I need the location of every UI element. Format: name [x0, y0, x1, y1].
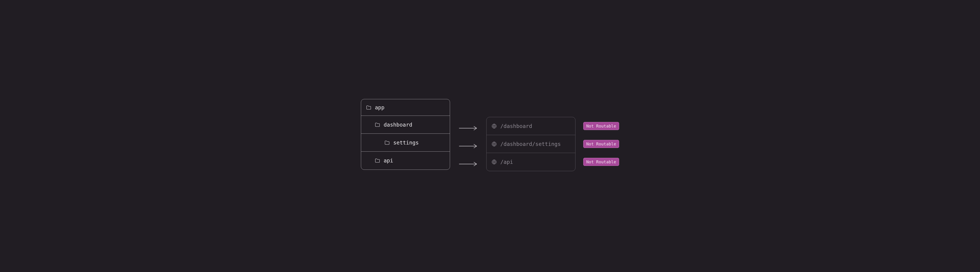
route-path: /dashboard — [500, 123, 532, 129]
folder-row-settings: settings — [361, 134, 450, 152]
route-row-dashboard: /dashboard — [487, 117, 575, 135]
badge-cell: Not Routable — [583, 135, 619, 153]
route-row-api: /api — [487, 153, 575, 171]
badges-column: Not Routable Not Routable Not Routable — [583, 99, 619, 171]
status-badge: Not Routable — [583, 140, 619, 148]
folder-icon — [375, 122, 380, 127]
badge-cell: Not Routable — [583, 117, 619, 135]
folder-label: dashboard — [383, 122, 412, 128]
arrow-right-icon — [458, 137, 479, 155]
status-badge: Not Routable — [583, 122, 619, 130]
status-badge: Not Routable — [583, 158, 619, 166]
routes-panel: /dashboard /dashboard/settings /api — [486, 117, 576, 171]
globe-icon — [492, 124, 497, 129]
folder-label: app — [375, 105, 385, 110]
arrow-right-icon — [458, 155, 479, 173]
folder-icon — [375, 158, 380, 163]
badge-cell: Not Routable — [583, 153, 619, 171]
route-path: /api — [500, 159, 513, 165]
globe-icon — [492, 142, 497, 146]
folder-icon — [366, 105, 371, 110]
folder-icon — [385, 140, 390, 145]
route-path: /dashboard/settings — [500, 141, 561, 147]
folder-tree-panel: app dashboard settings — [361, 99, 450, 170]
folder-row-dashboard: dashboard — [361, 116, 450, 134]
globe-icon — [492, 159, 497, 164]
folder-row-api: api — [361, 152, 450, 170]
arrow-right-icon — [458, 119, 479, 137]
route-row-settings: /dashboard/settings — [487, 135, 575, 153]
folder-row-root: app — [361, 99, 450, 116]
folder-label: settings — [393, 140, 419, 146]
folder-label: api — [383, 157, 393, 164]
routing-diagram: app dashboard settings — [361, 99, 619, 173]
arrows-column — [458, 99, 479, 173]
